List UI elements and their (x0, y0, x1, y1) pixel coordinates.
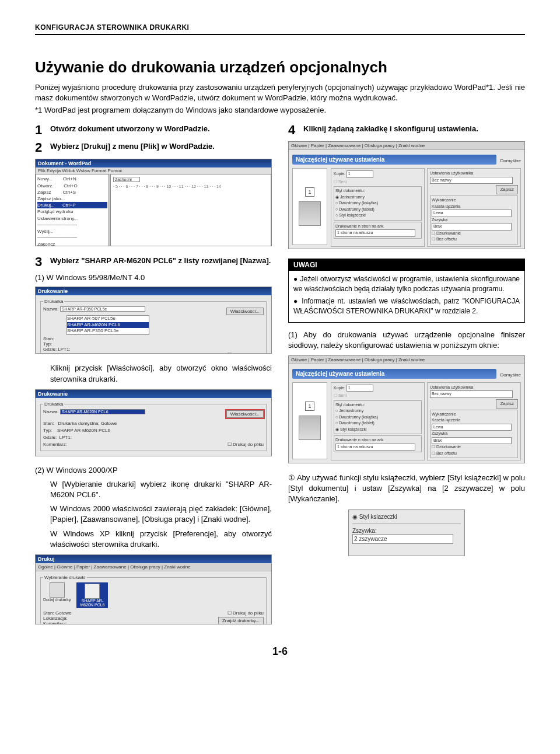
printxp-title: Drukuj (36, 555, 271, 563)
drv1-printer-icon (299, 201, 321, 226)
step-4-num: 4 (288, 124, 299, 137)
print95-name-val: SHARP AR-P350 PCL5e (60, 306, 145, 312)
screenshot-wordpad: Dokument - WordPad Plik Edycja Widok Wst… (35, 159, 272, 246)
uwagi-box: UWAGI Jeżeli otworzysz właściwości w pro… (288, 259, 525, 322)
print95-comment: Komentarz: (43, 352, 67, 354)
intro-text: Poniżej wyjaśniono procedurę drukowania … (35, 82, 525, 103)
wordpad-title: Dokument - WordPad (36, 159, 271, 167)
print95-list1: SHARP AR-507 PCL5e (67, 316, 149, 322)
step-4: 4 Kliknij żądaną zakładkę i skonfiguruj … (288, 124, 525, 137)
right-column: 4 Kliknij żądaną zakładkę i skonfiguruj … (288, 124, 525, 634)
print95-group: Drukarka (43, 299, 64, 304)
drv1-page-num: 1 (305, 187, 314, 197)
step-3-sub1: (1) W Windows 95/98/Me/NT 4.0 (35, 273, 272, 282)
right-sub1: (1) Aby do drukowania używać urządzenie … (288, 330, 525, 351)
footnote: *1 WordPad jest programem dołączanym do … (35, 106, 525, 114)
uwagi-title: UWAGI (289, 259, 524, 271)
step-2-num: 2 (35, 141, 46, 154)
step-1-text: Otwórz dokument utworzony w WordPadzie. (50, 124, 272, 134)
print95-state: Stan: (43, 336, 54, 341)
printxp-group: Wybieranie drukarki (43, 575, 87, 580)
page-number: 1-6 (35, 645, 525, 658)
print95-list3: SHARP AR-P350 PCL5e (67, 328, 149, 334)
right-p1: ① Aby używać funkcji stylu książeczki, w… (288, 473, 525, 505)
print95-where: Gdzie: (43, 347, 57, 352)
step-3-text: Wybierz "SHARP AR-M620N PCL6" z listy ro… (50, 256, 272, 266)
printsel-title: Drukowanie (36, 390, 271, 398)
step-3: 3 Wybierz "SHARP AR-M620N PCL6" z listy … (35, 256, 272, 268)
step3-p4: W Windows XP kliknij przycisk [Preferenc… (50, 529, 272, 550)
left-column: 1 Otwórz dokument utworzony w WordPadzie… (35, 124, 272, 634)
step-4-text: Kliknij żądaną zakładkę i skonfiguruj us… (303, 124, 525, 134)
printsel-group: Drukarka (43, 402, 64, 407)
step3-p1: Kliknij przycisk [Właściwości], aby otwo… (50, 363, 272, 384)
print95-type: Typ: (43, 341, 52, 347)
step-2-text: Wybierz [Drukuj] z menu [Plik] w WordPad… (50, 141, 272, 152)
screenshot-print-selected: Drukowanie Drukarka Nazwa: SHARP AR-M620… (35, 389, 272, 456)
drv2-tabs: Główne | Papier | Zaawansowane | Obsługa… (289, 356, 524, 364)
screenshot-print-win95: Drukowanie Drukarka Nazwa: SHARP AR-P350… (35, 287, 272, 354)
print95-props-btn: Właściwości... (226, 308, 264, 315)
print95-tofile: ☐ Drukuj do pliku (228, 352, 264, 354)
print95-list2: SHARP AR-M620N PCL6 (67, 322, 149, 328)
page-title: Używanie do drukowania urządzeń opcjonal… (35, 58, 525, 76)
page-header: KONFIGURACJA STEROWNIKA DRUKARKI (35, 23, 525, 35)
print95-name-lbl: Nazwa: (43, 306, 59, 312)
uwagi-bullet-1: Jeżeli otworzysz właściwości w programie… (293, 274, 520, 294)
booklet-staple-val: 2 zszywacze (352, 534, 453, 544)
wordpad-font: Zachodni (113, 177, 140, 182)
screenshot-driver-1: Główne | Papier | Zaawansowane | Obsługa… (288, 141, 525, 249)
uwagi-bullet-2: Informacje nt. ustawień we właściwościac… (293, 296, 520, 316)
step-1: 1 Otwórz dokument utworzony w WordPadzie… (35, 124, 272, 137)
drv1-bar: Najczęściej używane ustawienia (292, 155, 496, 165)
screenshot-driver-2: Główne | Papier | Zaawansowane | Obsługa… (288, 355, 525, 463)
step-2: 2 Wybierz [Drukuj] z menu [Plik] w WordP… (35, 141, 272, 154)
step-3-sub2: (2) W Windows 2000/XP (35, 466, 272, 474)
print95-title: Drukowanie (36, 287, 271, 295)
screenshot-print-xp: Drukuj Ogólne | Główne | Papier | Zaawan… (35, 554, 272, 624)
drv1-tabs: Główne | Papier | Zaawansowane | Obsługa… (289, 142, 524, 150)
screenshot-booklet: ◉ Styl ksiazeczki Zszywka: 2 zszywacze (348, 509, 465, 556)
step3-p2: W [Wybieranie drukarki] wybierz ikonę dr… (50, 479, 272, 500)
printsel-name-lbl: Nazwa: (43, 409, 59, 414)
printxp-tabs: Ogólne | Główne | Papier | Zaawansowane … (36, 563, 271, 571)
step-3-num: 3 (35, 256, 46, 268)
printsel-name-val: SHARP AR-M620N PCL6 (60, 409, 145, 414)
wordpad-file-menu: Nowy... Ctrl+N Otwórz... Ctrl+O Zapisz C… (36, 174, 109, 246)
drv2-bar: Najczęściej używane ustawienia (292, 369, 496, 379)
step-1-num: 1 (35, 124, 46, 137)
step3-p3: W Windows 2000 właściwości zawierają pię… (50, 504, 272, 525)
printsel-props-btn: Właściwości... (226, 410, 264, 418)
wordpad-menu: Plik Edycja Widok Wstaw Format Pomoc (36, 167, 271, 174)
